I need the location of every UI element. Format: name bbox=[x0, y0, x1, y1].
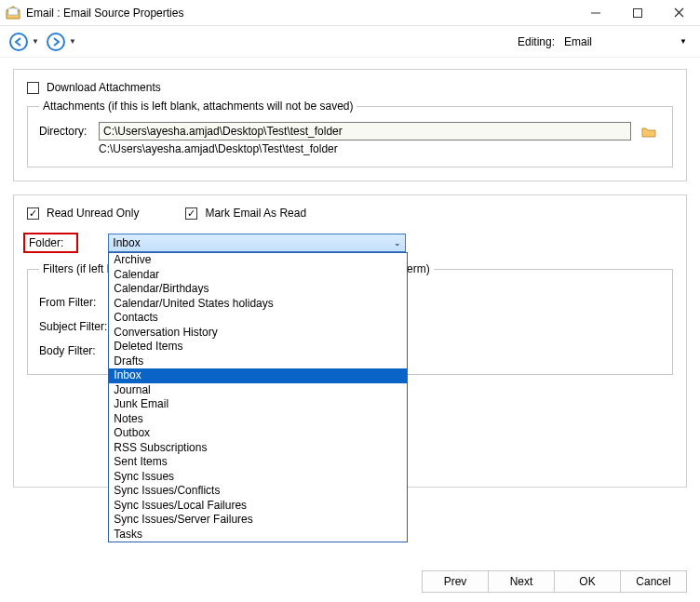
nav-forward-button[interactable] bbox=[47, 33, 65, 51]
mark-read-label: Mark Email As Read bbox=[205, 207, 306, 220]
folder-option[interactable]: Inbox bbox=[109, 368, 407, 383]
window-title: Email : Email Source Properties bbox=[26, 7, 574, 20]
folder-option[interactable]: Archive bbox=[109, 253, 407, 268]
cancel-button[interactable]: Cancel bbox=[620, 570, 687, 593]
folder-option[interactable]: Calendar/Birthdays bbox=[109, 282, 407, 297]
mark-read-checkbox[interactable] bbox=[185, 207, 197, 220]
svg-rect-2 bbox=[633, 8, 641, 17]
folder-option[interactable]: Calendar/United States holidays bbox=[109, 297, 407, 312]
attachments-legend: Attachments (if this is left blank, atta… bbox=[39, 100, 357, 113]
chevron-down-icon: ⌄ bbox=[394, 238, 401, 247]
folder-dropdown-list[interactable]: ArchiveCalendarCalendar/BirthdaysCalenda… bbox=[108, 252, 408, 542]
directory-input[interactable] bbox=[99, 122, 631, 140]
ok-button[interactable]: OK bbox=[554, 570, 621, 593]
download-attachments-label: Download Attachments bbox=[47, 81, 161, 94]
read-unread-label: Read Unread Only bbox=[47, 207, 139, 220]
directory-echo: C:\Users\ayesha.amjad\Desktop\Test\test_… bbox=[99, 142, 661, 155]
mark-read-row: Mark Email As Read bbox=[185, 207, 306, 220]
folder-option[interactable]: Sync Issues/Server Failures bbox=[109, 513, 407, 528]
folder-option[interactable]: Sent Items bbox=[109, 455, 407, 470]
folder-option[interactable]: RSS Subscriptions bbox=[109, 441, 407, 456]
folder-option[interactable]: Outbox bbox=[109, 426, 407, 441]
minimize-button[interactable] bbox=[574, 0, 616, 26]
folder-option[interactable]: Conversation History bbox=[109, 326, 407, 341]
editing-selector: Editing: Email ▼ bbox=[518, 33, 691, 50]
editing-value: Email bbox=[564, 35, 592, 48]
directory-label: Directory: bbox=[39, 125, 99, 138]
attachments-fieldset: Attachments (if this is left blank, atta… bbox=[27, 100, 673, 167]
window-controls bbox=[574, 0, 700, 26]
folder-icon bbox=[641, 126, 656, 138]
folder-option[interactable]: Sync Issues bbox=[109, 470, 407, 485]
read-unread-row: Read Unread Only bbox=[27, 207, 139, 220]
folder-option[interactable]: Sync Issues/Conflicts bbox=[109, 484, 407, 499]
editing-dropdown[interactable]: Email ▼ bbox=[560, 33, 691, 50]
folder-option[interactable]: Deleted Items bbox=[109, 340, 407, 355]
folder-option[interactable]: Notes bbox=[109, 412, 407, 427]
maximize-button[interactable] bbox=[616, 0, 658, 26]
chevron-down-icon: ▼ bbox=[680, 37, 687, 46]
folder-label: Folder: bbox=[23, 233, 78, 253]
next-button[interactable]: Next bbox=[488, 570, 555, 593]
attachments-panel: Download Attachments Attachments (if thi… bbox=[13, 69, 687, 181]
folder-option[interactable]: Drafts bbox=[109, 355, 407, 369]
options-panel: Read Unread Only Mark Email As Read Fold… bbox=[13, 194, 687, 488]
folder-option[interactable]: Sync Issues/Local Failures bbox=[109, 499, 407, 514]
app-icon bbox=[6, 6, 20, 20]
folder-option[interactable]: Junk Email bbox=[109, 397, 407, 412]
toolbar: ▼ ▼ Editing: Email ▼ bbox=[0, 26, 700, 58]
folder-option[interactable]: Contacts bbox=[109, 311, 407, 326]
folder-option[interactable]: Calendar bbox=[109, 268, 407, 283]
browse-folder-button[interactable] bbox=[637, 122, 661, 140]
title-bar: Email : Email Source Properties bbox=[0, 0, 700, 26]
folder-option[interactable]: Tasks bbox=[109, 528, 407, 542]
download-attachments-row: Download Attachments bbox=[27, 81, 673, 94]
read-unread-checkbox[interactable] bbox=[27, 207, 39, 220]
nav-back-button[interactable] bbox=[9, 33, 28, 51]
editing-label: Editing: bbox=[518, 35, 555, 48]
footer-buttons: Prev Next OK Cancel bbox=[423, 570, 687, 593]
folder-selected-value: Inbox bbox=[113, 236, 140, 249]
download-attachments-checkbox[interactable] bbox=[27, 82, 39, 94]
prev-button[interactable]: Prev bbox=[422, 570, 489, 593]
folder-combobox[interactable]: Inbox ⌄ ArchiveCalendarCalendar/Birthday… bbox=[108, 234, 406, 252]
folder-option[interactable]: Journal bbox=[109, 383, 407, 398]
svg-rect-0 bbox=[8, 8, 18, 15]
nav-forward-dropdown-icon[interactable]: ▼ bbox=[69, 37, 76, 46]
nav-back-dropdown-icon[interactable]: ▼ bbox=[32, 37, 39, 46]
close-button[interactable] bbox=[658, 0, 700, 26]
